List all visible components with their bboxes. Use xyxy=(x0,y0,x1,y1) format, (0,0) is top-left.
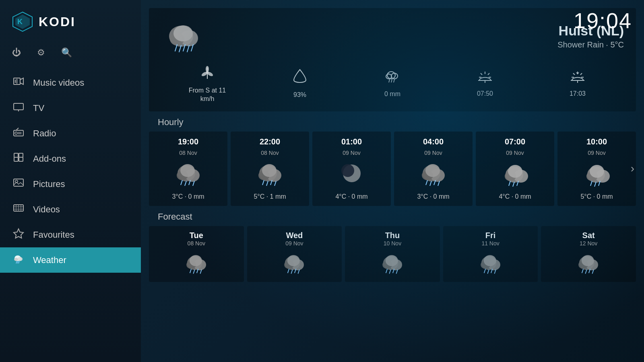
forecast-card[interactable]: Thu 10 Nov xyxy=(345,226,440,282)
svg-line-33 xyxy=(19,261,19,263)
sidebar-item-weather[interactable]: Weather xyxy=(0,247,141,273)
scroll-right-arrow[interactable]: › xyxy=(631,162,634,175)
settings-icon[interactable]: ⚙ xyxy=(37,47,45,58)
logo-text: KODI xyxy=(39,14,76,29)
svg-point-49 xyxy=(391,73,398,79)
logo-area: K KODI xyxy=(0,0,141,43)
sidebar-item-music-videos[interactable]: Music videos xyxy=(0,70,141,95)
sidebar-item-videos[interactable]: Videos xyxy=(0,197,141,222)
sidebar-item-videos-label: Videos xyxy=(33,204,60,215)
current-weather-icon xyxy=(161,16,209,56)
humidity-stat: 93% xyxy=(254,68,346,99)
svg-line-105 xyxy=(590,181,592,186)
rain-cloud-icon xyxy=(384,69,401,88)
hourly-section: Hourly 19:00 08 Nov 3°C · 0 mm 22:00 08 … xyxy=(141,111,644,206)
svg-line-64 xyxy=(573,73,575,75)
svg-point-10 xyxy=(15,132,17,134)
forecast-card[interactable]: Wed 09 Nov xyxy=(247,226,342,282)
svg-point-143 xyxy=(582,255,594,266)
svg-line-144 xyxy=(582,269,583,273)
hourly-card[interactable]: 04:00 09 Nov 3°C · 0 mm xyxy=(394,132,473,206)
sidebar-item-radio[interactable]: Radio xyxy=(0,121,141,146)
svg-point-119 xyxy=(287,255,300,266)
forecast-card[interactable]: Fri 11 Nov xyxy=(443,226,538,282)
forecast-date: 10 Nov xyxy=(384,240,401,247)
svg-line-112 xyxy=(190,269,191,273)
rain-value: 0 mm xyxy=(384,90,400,99)
svg-line-81 xyxy=(266,181,268,186)
svg-point-135 xyxy=(483,255,496,266)
humidity-icon xyxy=(292,68,308,88)
svg-point-71 xyxy=(180,164,195,177)
wind-stat: From S at 11km/h xyxy=(161,64,254,103)
svg-rect-19 xyxy=(14,179,23,186)
pictures-icon xyxy=(12,177,25,191)
svg-point-127 xyxy=(386,255,398,266)
hourly-scroll-wrapper: 19:00 08 Nov 3°C · 0 mm 22:00 08 Nov xyxy=(149,132,636,206)
hour-time: 04:00 xyxy=(423,137,444,146)
svg-point-29 xyxy=(18,257,23,261)
sidebar-item-add-ons[interactable]: Add-ons xyxy=(0,146,141,171)
svg-line-57 xyxy=(481,73,482,75)
hour-date: 09 Nov xyxy=(343,150,360,156)
search-icon[interactable]: 🔍 xyxy=(61,47,72,58)
svg-marker-27 xyxy=(14,229,23,238)
hour-temp-rain: 4°C · 0 mm xyxy=(335,193,367,200)
forecast-card[interactable]: Tue 08 Nov xyxy=(149,226,244,282)
sidebar-item-favourites[interactable]: Favourites xyxy=(0,222,141,247)
forecast-weather-icon xyxy=(278,249,310,277)
sunrise-icon xyxy=(477,69,493,87)
sunrise-value: 07:50 xyxy=(477,90,493,98)
current-weather-panel: Hulst (NL) Shower Rain · 5°C xyxy=(149,8,636,111)
hour-weather-icon xyxy=(336,159,368,187)
sidebar-item-tv-label: TV xyxy=(33,103,44,113)
svg-point-111 xyxy=(190,255,202,266)
hourly-card[interactable]: 10:00 09 Nov 5°C · 0 mm xyxy=(557,132,636,206)
svg-rect-6 xyxy=(14,103,23,110)
clock-display: 19:04 xyxy=(574,8,632,33)
svg-line-121 xyxy=(291,269,293,274)
forecast-date: 08 Nov xyxy=(188,240,205,247)
hour-weather-icon xyxy=(254,159,286,187)
sidebar-item-pictures[interactable]: Pictures xyxy=(0,171,141,197)
svg-line-145 xyxy=(585,269,586,274)
svg-line-91 xyxy=(430,181,431,186)
svg-rect-18 xyxy=(19,153,23,157)
svg-line-58 xyxy=(488,73,489,75)
forecast-title: Forecast xyxy=(149,206,636,226)
svg-line-80 xyxy=(262,180,264,185)
forecast-day: Sat xyxy=(582,231,595,240)
hour-date: 09 Nov xyxy=(506,150,524,156)
forecast-day: Thu xyxy=(385,231,400,240)
forecast-day: Fri xyxy=(485,231,496,240)
svg-line-32 xyxy=(17,261,18,263)
hour-temp-rain: 5°C · 0 mm xyxy=(580,193,613,200)
weather-description: Shower Rain · 5°C xyxy=(557,40,624,49)
hourly-card[interactable]: 22:00 08 Nov 5°C · 1 mm xyxy=(231,132,309,206)
sidebar-item-pictures-label: Pictures xyxy=(33,179,65,189)
current-weather-top: Hulst (NL) Shower Rain · 5°C xyxy=(161,16,624,56)
sidebar: K KODI ⏻ ⚙ 🔍 Music videos xyxy=(0,0,141,362)
hourly-card[interactable]: 19:00 08 Nov 3°C · 0 mm xyxy=(149,132,227,206)
forecast-weather-icon xyxy=(572,249,605,277)
power-icon[interactable]: ⏻ xyxy=(12,47,21,58)
sunset-stat: 17:03 xyxy=(531,69,624,98)
favourites-icon xyxy=(12,228,25,242)
wind-icon xyxy=(199,64,215,84)
hourly-card[interactable]: 07:00 09 Nov 4°C · 0 mm xyxy=(476,132,554,206)
hour-time: 07:00 xyxy=(505,137,525,146)
svg-point-37 xyxy=(173,25,193,41)
svg-text:K: K xyxy=(17,18,23,26)
hour-weather-icon xyxy=(581,159,613,187)
svg-line-113 xyxy=(193,269,194,274)
hour-temp-rain: 5°C · 1 mm xyxy=(254,193,286,200)
sidebar-item-tv[interactable]: TV xyxy=(0,95,141,121)
hourly-card[interactable]: 01:00 09 Nov 4°C · 0 mm xyxy=(312,132,391,206)
hour-time: 19:00 xyxy=(178,137,198,146)
svg-point-45 xyxy=(206,66,209,72)
forecast-day: Wed xyxy=(286,231,303,240)
hour-temp-rain: 3°C · 0 mm xyxy=(172,193,204,200)
svg-line-128 xyxy=(386,269,387,273)
svg-line-120 xyxy=(288,269,289,273)
forecast-card[interactable]: Sat 12 Nov xyxy=(541,226,636,282)
